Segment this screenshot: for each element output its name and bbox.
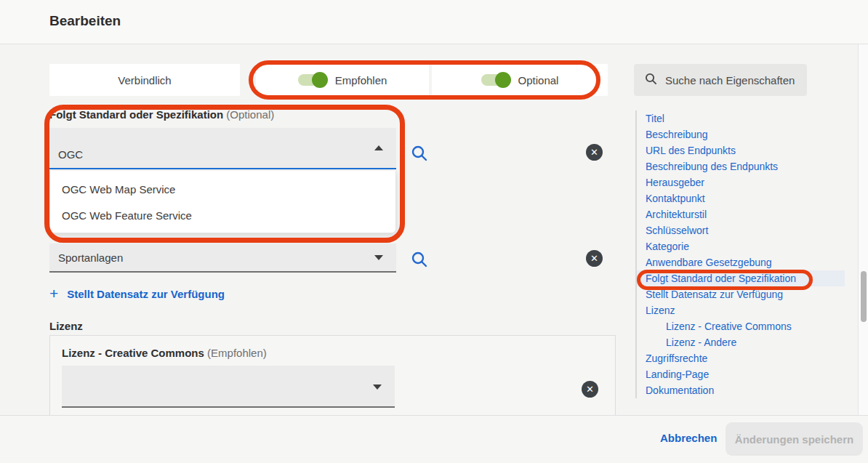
chevron-up-icon[interactable] [374, 145, 383, 150]
dialog-header: Bearbeiten [0, 0, 868, 44]
dialog-footer: Abbrechen Änderungen speichern [0, 415, 868, 463]
add-dataset-link[interactable]: + Stellt Datensatz zur Verfügung [49, 286, 225, 301]
tab-verbindlich[interactable]: Verbindlich [49, 64, 240, 96]
property-list-item[interactable]: URL des Endpunkts [637, 142, 845, 158]
save-changes-button[interactable]: Änderungen speichern [726, 422, 863, 456]
plus-icon: + [49, 286, 58, 301]
property-list-item[interactable]: Titel [637, 110, 845, 126]
standard-label-hint: (Optional) [226, 108, 274, 121]
property-list-item[interactable]: Schlüsselwort [637, 222, 845, 238]
tab-empfohlen[interactable]: Empfohlen [256, 64, 429, 96]
scrollbar-track[interactable] [858, 44, 868, 415]
chevron-down-icon[interactable] [374, 255, 383, 260]
property-list-item[interactable]: Dokumentation [637, 382, 845, 398]
property-list-item[interactable]: Architekturstil [637, 206, 845, 222]
dataset-remove-icon[interactable]: ✕ [586, 250, 603, 267]
toggle-knob [495, 72, 511, 88]
scrollbar-thumb[interactable] [861, 271, 867, 322]
standard-field-label: Folgt Standard oder Spezifikation (Optio… [49, 108, 274, 121]
standard-combobox[interactable]: OGC [49, 128, 396, 169]
optional-toggle[interactable] [481, 74, 510, 86]
page-title: Bearbeiten [49, 13, 121, 29]
chevron-down-icon[interactable] [373, 385, 382, 390]
standard-search-icon[interactable] [410, 144, 429, 163]
property-list-item[interactable]: Beschreibung [637, 126, 845, 142]
dataset-combobox[interactable]: Sportanlagen [49, 243, 396, 273]
cancel-button[interactable]: Abbrechen [660, 432, 717, 444]
property-list-item[interactable]: Herausgeber [637, 174, 845, 190]
property-list-item[interactable]: Lizenz - Andere [637, 334, 845, 350]
property-list-item[interactable]: Folgt Standard oder Spezifikation [637, 270, 845, 286]
property-list-item[interactable]: Lizenz - Creative Commons [637, 318, 845, 334]
cc-field-label: Lizenz - Creative Commons (Empfohlen) [62, 347, 267, 359]
edit-dialog: Bearbeiten Verbindlich Empfohlen Optiona… [0, 0, 868, 463]
tab-optional[interactable]: Optional [432, 64, 608, 96]
property-list-item[interactable]: Landing-Page [637, 366, 845, 382]
cc-combobox[interactable] [62, 366, 395, 408]
property-list-item[interactable]: Kontaktpunkt [637, 190, 845, 206]
dataset-combobox-value: Sportanlagen [58, 251, 123, 264]
add-dataset-label: Stellt Datensatz zur Verfügung [67, 288, 225, 300]
cc-label-text: Lizenz - Creative Commons [62, 347, 204, 359]
search-icon [644, 72, 658, 89]
property-list: TitelBeschreibungURL des EndpunktsBeschr… [635, 110, 845, 398]
standard-dropdown: OGC Web Map ServiceOGC Web Feature Servi… [49, 171, 396, 233]
property-list-item[interactable]: Beschreibung des Endpunkts [637, 158, 845, 174]
empfohlen-toggle[interactable] [298, 74, 327, 86]
toggle-knob [312, 72, 328, 88]
property-list-item[interactable]: Lizenz [637, 302, 845, 318]
cc-label-hint: (Empfohlen) [207, 347, 267, 359]
property-list-item[interactable]: Kategorie [637, 238, 845, 254]
dataset-search-icon[interactable] [410, 250, 429, 269]
cc-remove-icon[interactable]: ✕ [582, 381, 598, 398]
property-list-item[interactable]: Zugriffsrechte [637, 350, 845, 366]
tab-verbindlich-label: Verbindlich [118, 74, 171, 86]
property-list-item[interactable]: Anwendbare Gesetzgebung [637, 254, 845, 270]
standard-combobox-value: OGC [58, 148, 83, 161]
property-list-item[interactable]: Stellt Datensatz zur Verfügung [637, 286, 845, 302]
standard-remove-icon[interactable]: ✕ [586, 144, 603, 161]
lizenz-group-box: Lizenz - Creative Commons (Empfohlen) [49, 335, 616, 415]
tab-empfohlen-label: Empfohlen [335, 74, 387, 86]
dropdown-option[interactable]: OGC Web Feature Service [50, 202, 395, 228]
property-search-box[interactable] [634, 64, 807, 96]
dropdown-option[interactable]: OGC Web Map Service [50, 176, 395, 202]
tab-optional-label: Optional [518, 74, 559, 86]
lizenz-section-title: Lizenz [49, 320, 83, 332]
standard-label-text: Folgt Standard oder Spezifikation [49, 108, 223, 121]
property-search-input[interactable] [665, 74, 796, 86]
